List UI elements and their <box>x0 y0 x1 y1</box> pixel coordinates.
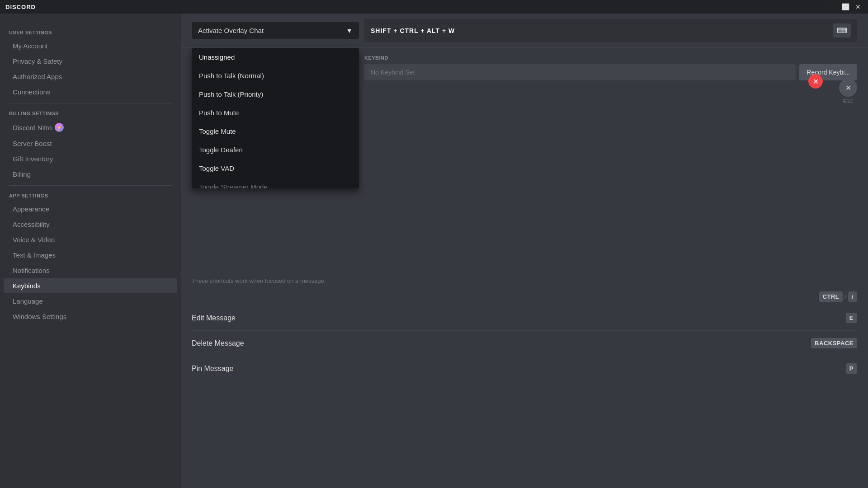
keybind-display-top: SHIFT + CTRL + ALT + W ⌨ <box>364 19 857 42</box>
sidebar-item-notifications[interactable]: Notifications <box>4 263 177 278</box>
sidebar-item-label: Billing <box>13 170 31 178</box>
dropdown-item-unassigned[interactable]: Unassigned <box>192 48 359 66</box>
content-area: Activate Overlay Chat ▼ SHIFT + CTRL + A… <box>181 14 868 488</box>
dropdown-item-push-to-mute[interactable]: Push to Mute <box>192 103 359 122</box>
keybind-item-delete-message: Delete Message BACKSPACE <box>192 331 857 356</box>
sidebar-item-my-account[interactable]: My Account <box>4 38 177 53</box>
keybind-item-edit-message: Edit Message E <box>192 305 857 331</box>
delete-message-label: Delete Message <box>192 339 244 347</box>
pin-message-label: Pin Message <box>192 365 234 373</box>
sidebar-item-label: Server Boost <box>13 140 52 147</box>
keybind-item-pin-message: Pin Message P <box>192 356 857 381</box>
keybind-section-hint: These shortcuts work when focused on a m… <box>192 277 857 284</box>
divider-1 <box>9 103 172 103</box>
billing-settings-header: BILLING SETTINGS <box>0 108 181 119</box>
dropdown-item-push-to-talk-normal[interactable]: Push to Talk (Normal) <box>192 66 359 85</box>
sidebar-item-label: Appearance <box>13 205 49 213</box>
titlebar: DISCORD − ⬜ ✕ <box>0 0 868 14</box>
keybind-column-label: KEYBIND <box>364 55 857 61</box>
sidebar-item-appearance[interactable]: Appearance <box>4 202 177 216</box>
sidebar-item-connections[interactable]: Connections <box>4 84 177 99</box>
dropdown-item-toggle-streamer-mode[interactable]: Toggle Streamer Mode <box>192 178 359 188</box>
sidebar-item-label: Connections <box>13 88 50 96</box>
divider-2 <box>9 185 172 186</box>
keybind-top-row: Activate Overlay Chat ▼ SHIFT + CTRL + A… <box>181 14 868 48</box>
dropdown-item-toggle-vad[interactable]: Toggle VAD <box>192 159 359 178</box>
sidebar-item-label: Gift Inventory <box>13 155 53 163</box>
sidebar-item-label: Accessibility <box>13 221 50 228</box>
sidebar-item-label: Authorized Apps <box>13 73 62 80</box>
app-logo: DISCORD <box>5 4 36 10</box>
sidebar-item-authorized-apps[interactable]: Authorized Apps <box>4 69 177 84</box>
edit-message-label: Edit Message <box>192 314 236 322</box>
sidebar-item-gift-inventory[interactable]: Gift Inventory <box>4 151 177 166</box>
sidebar: USER SETTINGS My Account Privacy & Safet… <box>0 14 181 488</box>
app-layout: USER SETTINGS My Account Privacy & Safet… <box>0 14 868 488</box>
close-window-button[interactable]: ✕ <box>854 2 863 11</box>
sidebar-item-label: My Account <box>13 42 48 50</box>
sidebar-item-voice-video[interactable]: Voice & Video <box>4 232 177 247</box>
content-inner: ACTION Unassigned ▼ KEYBIND No Keybind S… <box>181 48 868 392</box>
sidebar-item-label: Windows Settings <box>13 313 66 320</box>
sidebar-item-label: Notifications <box>13 267 50 274</box>
chevron-down-icon: ▼ <box>346 27 353 34</box>
slash-divider: / <box>844 293 846 300</box>
dropdown-item-push-to-talk-priority[interactable]: Push to Talk (Priority) <box>192 85 359 103</box>
keyboard-icon-button[interactable]: ⌨ <box>833 23 851 38</box>
edit-message-badges: E <box>846 313 857 323</box>
sidebar-item-label: Language <box>13 297 43 305</box>
ctrl-slash-badges: CTRL / / <box>819 291 857 302</box>
delete-message-badges: BACKSPACE <box>811 338 857 348</box>
sidebar-item-accessibility[interactable]: Accessibility <box>4 217 177 232</box>
minimize-button[interactable]: − <box>828 2 837 11</box>
edit-message-badge-e: E <box>846 313 857 323</box>
esc-container: ✕ ESC <box>839 79 857 104</box>
maximize-button[interactable]: ⬜ <box>841 2 850 11</box>
window-controls: − ⬜ ✕ <box>828 2 863 11</box>
close-edit-button[interactable]: ✕ <box>808 74 823 89</box>
sidebar-item-discord-nitro[interactable]: Discord Nitro ⚡ <box>4 119 177 136</box>
delete-message-badge-backspace: BACKSPACE <box>811 338 857 348</box>
esc-label: ESC <box>843 99 854 104</box>
user-settings-header: USER SETTINGS <box>0 27 181 38</box>
keybind-column: KEYBIND No Keybind Set Record Keybi... <box>364 55 857 80</box>
sidebar-item-windows-settings[interactable]: Windows Settings <box>4 309 177 324</box>
sidebar-item-label: Keybinds <box>13 282 41 290</box>
sidebar-item-text-images[interactable]: Text & Images <box>4 248 177 263</box>
record-keybind-button[interactable]: Record Keybi... <box>799 64 857 80</box>
sidebar-item-billing[interactable]: Billing <box>4 167 177 182</box>
esc-button[interactable]: ✕ <box>839 79 857 97</box>
pin-message-badges: P <box>846 363 857 374</box>
ctrl-badge: CTRL <box>819 291 843 302</box>
keybind-value: SHIFT + CTRL + ALT + W <box>371 27 829 34</box>
nitro-icon: ⚡ <box>55 123 64 132</box>
action-dropdown-top[interactable]: Activate Overlay Chat ▼ <box>192 22 359 39</box>
sidebar-item-language[interactable]: Language <box>4 294 177 309</box>
sidebar-item-label: Privacy & Safety <box>13 57 62 65</box>
slash-badge: / <box>848 291 857 302</box>
sidebar-item-server-boost[interactable]: Server Boost <box>4 136 177 151</box>
action-dropdown-menu[interactable]: Unassigned Push to Talk (Normal) Push to… <box>192 48 359 188</box>
sidebar-item-privacy-safety[interactable]: Privacy & Safety <box>4 54 177 69</box>
keybind-input-row: No Keybind Set Record Keybi... <box>364 64 857 80</box>
sidebar-item-keybinds[interactable]: Keybinds <box>4 278 177 293</box>
sidebar-item-label: Discord Nitro <box>13 124 52 131</box>
app-settings-header: APP SETTINGS <box>0 190 181 201</box>
dropdown-item-toggle-deafen[interactable]: Toggle Deafen <box>192 141 359 159</box>
keybind-input[interactable]: No Keybind Set <box>364 64 796 80</box>
action-dropdown-value: Activate Overlay Chat <box>198 27 264 34</box>
dropdown-item-toggle-mute[interactable]: Toggle Mute <box>192 122 359 141</box>
sidebar-item-label: Voice & Video <box>13 236 55 244</box>
pin-message-badge-p: P <box>846 363 857 374</box>
sidebar-item-label: Text & Images <box>13 251 56 259</box>
ctrl-slash-row: CTRL / / <box>192 291 857 302</box>
